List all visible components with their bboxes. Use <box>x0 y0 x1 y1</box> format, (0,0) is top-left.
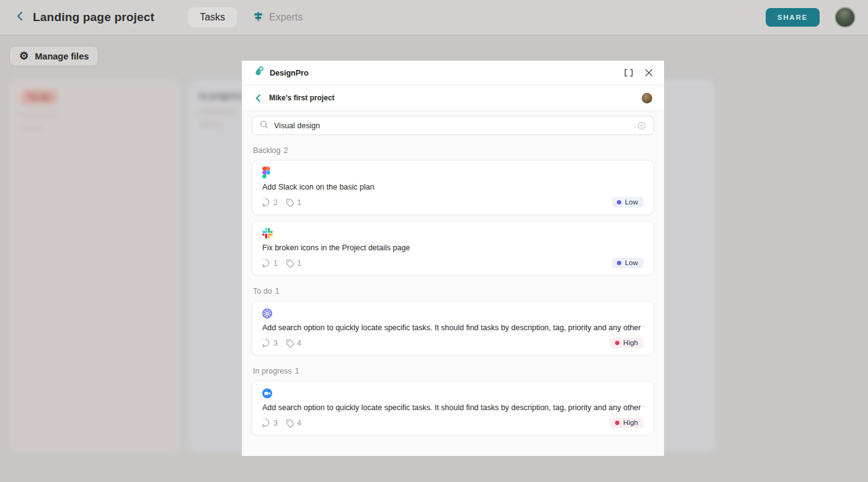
comments-count: 3 <box>262 419 278 427</box>
placeholder-line <box>21 113 58 117</box>
manage-files-button[interactable]: ⚙ Manage files <box>9 46 99 66</box>
gear-app-icon <box>262 307 644 319</box>
page-title: Landing page project <box>33 11 154 24</box>
comments-count: 1 <box>262 259 278 268</box>
tab-experts-label: Experts <box>269 12 303 23</box>
priority-dot <box>615 341 619 345</box>
task-title: Add Slack icon on the basic plan <box>262 183 644 191</box>
topbar: Landing page project Tasks Experts SHARE <box>0 0 868 35</box>
comment-icon <box>262 198 271 207</box>
tags-count: 4 <box>286 339 301 348</box>
figma-icon <box>262 167 644 178</box>
section-count: 2 <box>283 146 288 155</box>
project-name: Mike's first project <box>269 94 335 102</box>
section-header-todo: To do 1 <box>253 287 653 296</box>
section-header-inprogress: In progress 1 <box>253 367 653 375</box>
comments-count: 3 <box>262 339 278 348</box>
task-title: Add search option to quickly locate spec… <box>262 323 644 332</box>
task-card[interactable]: Add Slack icon on the basic plan 2 1 Low <box>252 160 654 215</box>
user-avatar[interactable] <box>835 7 856 28</box>
designpro-modal: DesignPro Mike's first project <box>242 61 664 456</box>
task-card[interactable]: Add search option to quickly locate spec… <box>252 380 654 436</box>
project-avatar[interactable] <box>642 93 652 103</box>
placeholder-line <box>200 110 237 114</box>
window-controls <box>624 69 653 77</box>
priority-dot <box>617 200 621 204</box>
close-icon[interactable] <box>645 69 653 77</box>
app-name: DesignPro <box>270 69 309 77</box>
task-title: Add search option to quickly locate spec… <box>262 403 644 412</box>
section-count: 1 <box>295 367 299 375</box>
comment-icon <box>262 419 271 427</box>
column-todo-label: To do <box>21 90 57 104</box>
search-input[interactable] <box>274 121 632 130</box>
priority-badge: Low <box>612 258 644 268</box>
comments-count: 2 <box>262 198 278 207</box>
task-meta: 3 4 High <box>262 418 644 428</box>
tab-experts[interactable]: Experts <box>253 11 303 24</box>
back-button[interactable] <box>12 11 26 24</box>
clear-search-icon[interactable] <box>637 121 646 130</box>
task-card[interactable]: Fix broken icons in the Project details … <box>252 221 654 276</box>
board-column-todo: To do <box>10 79 180 452</box>
manage-files-label: Manage files <box>35 51 89 61</box>
tabs: Tasks Experts <box>188 7 303 27</box>
modal-titlebar: DesignPro <box>242 61 664 85</box>
comment-icon <box>262 339 271 348</box>
tags-count: 1 <box>286 259 301 268</box>
task-meta: 3 4 High <box>262 338 644 348</box>
section-title: In progress <box>253 367 292 375</box>
modal-body: Backlog 2 Add Slack icon on the basic pl… <box>242 111 664 456</box>
chevron-left-icon <box>16 11 24 24</box>
tags-count: 1 <box>286 198 301 207</box>
topbar-right: SHARE <box>766 7 856 28</box>
expand-icon[interactable] <box>624 69 633 77</box>
signpost-icon <box>253 11 264 24</box>
task-meta: 2 1 Low <box>262 197 644 208</box>
gear-icon: ⚙ <box>19 51 29 61</box>
project-back-button[interactable] <box>254 94 262 102</box>
priority-dot <box>615 421 619 425</box>
section-header-backlog: Backlog 2 <box>253 146 653 155</box>
modal-project-row: Mike's first project <box>242 85 664 111</box>
priority-badge: Low <box>612 197 644 208</box>
tag-icon <box>286 259 294 268</box>
zoom-icon <box>262 387 644 399</box>
slack-icon <box>262 227 644 239</box>
section-title: To do <box>253 287 272 296</box>
tag-icon <box>286 339 294 348</box>
placeholder-line <box>21 126 42 130</box>
tag-icon <box>286 419 294 427</box>
task-meta: 1 1 Low <box>262 258 644 268</box>
tag-icon <box>286 198 294 207</box>
tags-count: 4 <box>286 419 301 427</box>
placeholder-line <box>200 123 221 127</box>
share-button[interactable]: SHARE <box>766 8 820 27</box>
tab-tasks[interactable]: Tasks <box>188 7 237 27</box>
column-inprogress-label: In progress <box>200 91 244 100</box>
task-card[interactable]: Add search option to quickly locate spec… <box>252 300 654 356</box>
section-title: Backlog <box>253 146 280 155</box>
search-bar <box>252 116 654 135</box>
priority-badge: High <box>610 418 644 428</box>
priority-dot <box>617 261 621 265</box>
search-icon <box>260 120 268 131</box>
section-count: 1 <box>275 287 280 296</box>
priority-badge: High <box>610 338 644 348</box>
comment-icon <box>262 259 271 268</box>
designpro-logo-icon <box>253 66 265 80</box>
task-title: Fix broken icons in the Project details … <box>262 243 644 252</box>
